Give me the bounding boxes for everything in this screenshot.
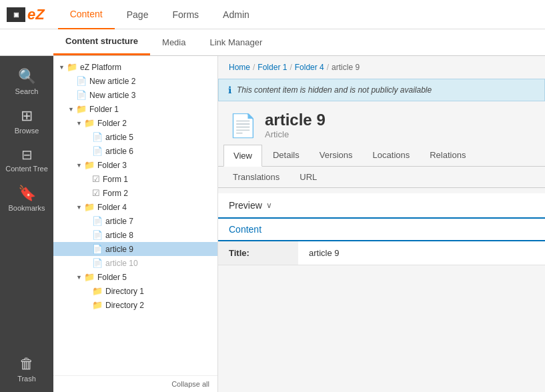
tree-label: article 6 (105, 147, 133, 156)
breadcrumb-folder4[interactable]: Folder 4 (295, 63, 324, 72)
article-header: 📄 article 9 Article (218, 101, 545, 145)
view-tabs: View Details Versions Locations Relation… (218, 145, 545, 167)
tree-label: Folder 3 (97, 161, 127, 170)
tree-item-article-10[interactable]: 📄 article 10 (53, 256, 217, 270)
content-tree-icon: ⊟ (21, 147, 33, 163)
browse-icon: ⊞ (21, 107, 33, 125)
sidebar-trash-label: Trash (17, 375, 36, 383)
logo: ▣ eZ (7, 6, 45, 23)
folder-icon: 📁 (92, 300, 103, 310)
view-tabs-row2: Translations URL (218, 167, 545, 188)
nav-content[interactable]: Content (58, 0, 115, 29)
breadcrumb-folder1[interactable]: Folder 1 (257, 63, 287, 72)
tab-media[interactable]: Media (150, 29, 197, 55)
sidebar-search-label: Search (15, 87, 39, 95)
tree-item-folder-5[interactable]: ▼ 📁 Folder 5 (53, 270, 217, 284)
doc-icon: 📄 (76, 90, 87, 100)
toggle-icon: ▼ (76, 274, 83, 281)
search-icon: 🔍 (18, 68, 36, 85)
folder-icon: 📁 (84, 118, 95, 128)
tree-label: Folder 5 (97, 273, 127, 282)
doc-icon: 📄 (92, 132, 103, 142)
toggle-icon: ▼ (76, 204, 83, 211)
tab-relations[interactable]: Relations (420, 145, 475, 166)
folder-icon: 📁 (76, 104, 87, 114)
tree-label: article 5 (105, 133, 133, 142)
nav-admin[interactable]: Admin (211, 0, 261, 29)
tab-details[interactable]: Details (263, 145, 309, 166)
tree-item-article-5[interactable]: 📄 article 5 (53, 130, 217, 144)
tree-label: New article 2 (89, 77, 135, 86)
preview-label: Preview (229, 200, 262, 211)
chevron-down-icon: ∨ (266, 201, 272, 210)
doc-icon: 📄 (92, 244, 103, 254)
sidebar-item-trash[interactable]: 🗑 Trash (0, 349, 53, 392)
tree-label: Folder 4 (97, 203, 127, 212)
doc-icon: 📄 (92, 216, 103, 226)
breadcrumb-sep: / (253, 63, 255, 72)
tree-label: article 10 (105, 259, 138, 268)
sidebar-browse-label: Browse (15, 127, 39, 135)
toggle-icon: ▼ (76, 162, 83, 169)
logo-text: eZ (27, 6, 45, 23)
tree-item-article-8[interactable]: 📄 article 8 (53, 228, 217, 242)
tab-url[interactable]: URL (290, 167, 326, 187)
tree-item-article-6[interactable]: 📄 article 6 (53, 144, 217, 158)
tree-item-article-9[interactable]: 📄 article 9 (53, 242, 217, 256)
field-title-label: Title: (218, 241, 298, 265)
collapse-all-button[interactable]: Collapse all (53, 375, 217, 392)
hidden-notice-text: This content item is hidden and is not p… (237, 85, 432, 95)
tree-label: New article 3 (89, 91, 135, 100)
article-type-icon: 📄 (229, 112, 257, 139)
sidebar-bookmarks-label: Bookmarks (8, 204, 45, 212)
toggle-icon: ▼ (76, 120, 83, 127)
tree-item-folder-4[interactable]: ▼ 📁 Folder 4 (53, 200, 217, 214)
tree-label: Form 1 (103, 175, 128, 184)
doc-icon: 📄 (76, 76, 87, 86)
tree-item-article-7[interactable]: 📄 article 7 (53, 214, 217, 228)
tab-content-structure[interactable]: Content structure (53, 29, 150, 55)
sidebar-item-browse[interactable]: ⊞ Browse (0, 101, 53, 140)
article-title: article 9 (265, 111, 326, 129)
tree-item-folder-1[interactable]: ▼ 📁 Folder 1 (53, 102, 217, 116)
sidebar-item-bookmarks[interactable]: 🔖 Bookmarks (0, 178, 53, 217)
hidden-notice: ℹ This content item is hidden and is not… (218, 79, 545, 101)
info-icon: ℹ (228, 85, 231, 95)
doc-icon: 📄 (92, 230, 103, 240)
tab-locations[interactable]: Locations (364, 145, 420, 166)
tree-item-ez-platform[interactable]: ▼ 📁 eZ Platform (53, 60, 217, 74)
tab-versions[interactable]: Versions (310, 145, 362, 166)
tree-item-directory-1[interactable]: 📁 Directory 1 (53, 284, 217, 298)
tree-item-folder-3[interactable]: ▼ 📁 Folder 3 (53, 158, 217, 172)
sidebar-item-content-tree[interactable]: ⊟ Content Tree (0, 140, 53, 178)
tree-item-form-2[interactable]: ☑ Form 2 (53, 186, 217, 200)
tab-view[interactable]: View (223, 145, 262, 167)
tree-item-folder-2[interactable]: ▼ 📁 Folder 2 (53, 116, 217, 130)
tree-label: article 8 (105, 231, 133, 240)
preview-header[interactable]: Preview ∨ (218, 193, 545, 219)
nav-forms[interactable]: Forms (160, 0, 211, 29)
tree-item-new-article-3[interactable]: 📄 New article 3 (53, 88, 217, 102)
content-area: Home / Folder 1 / Folder 4 / article 9 ℹ… (218, 56, 545, 392)
sidebar: 🔍 Search ⊞ Browse ⊟ Content Tree 🔖 Bookm… (0, 56, 53, 392)
breadcrumb-home[interactable]: Home (229, 63, 250, 72)
tree-item-directory-2[interactable]: 📁 Directory 2 (53, 298, 217, 312)
tree-label: Folder 2 (97, 119, 127, 128)
nav-page[interactable]: Page (115, 0, 161, 29)
doc-icon: 📄 (92, 258, 103, 268)
folder-icon: 📁 (84, 160, 95, 170)
tree-label: eZ Platform (80, 63, 121, 72)
preview-section: Preview ∨ Content Title: article 9 (218, 193, 545, 265)
tab-translations[interactable]: Translations (223, 167, 289, 187)
breadcrumb-current: article 9 (332, 63, 360, 72)
sidebar-item-search[interactable]: 🔍 Search (0, 61, 53, 101)
folder-icon: 📁 (84, 272, 95, 282)
breadcrumb-sep: / (290, 63, 292, 72)
toggle-icon: ▼ (68, 106, 75, 113)
tree-item-new-article-2[interactable]: 📄 New article 2 (53, 74, 217, 88)
tree-item-form-1[interactable]: ☑ Form 1 (53, 172, 217, 186)
tab-link-manager[interactable]: Link Manager (197, 29, 274, 55)
doc-icon: 📄 (92, 146, 103, 156)
folder-icon: 📁 (67, 62, 77, 72)
tree-label: Folder 1 (89, 105, 119, 114)
